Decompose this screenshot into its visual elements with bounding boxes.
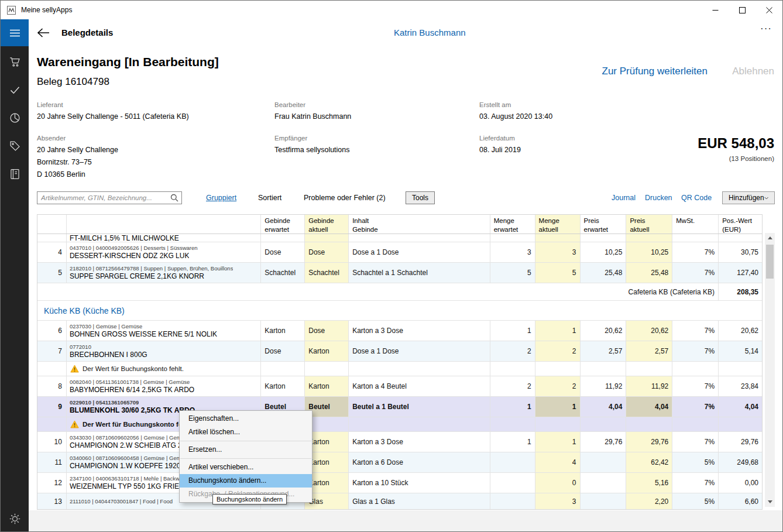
inhalt-gebinde-cell: Karton a 6 Dose bbox=[349, 452, 490, 472]
pos-wert-cell: 29,76 bbox=[719, 432, 762, 452]
header-gebinde-aktuell[interactable]: Gebinde aktuell bbox=[305, 215, 349, 234]
table-row[interactable]: 52182010 | 08712566479788 | Suppen | Sup… bbox=[37, 263, 762, 283]
gebinde-aktuell-cell: Schachtel bbox=[305, 263, 349, 283]
minimize-button[interactable] bbox=[702, 1, 729, 19]
empty-cell bbox=[672, 417, 719, 431]
table-row[interactable]: 100343030 | 08710609602056 | Gemüse | Ge… bbox=[37, 432, 762, 452]
inhalt-gebinde-cell: Karton a 4 Beutel bbox=[349, 376, 490, 396]
scroll-down-arrow[interactable] bbox=[765, 497, 775, 507]
menge-aktuell-cell: 5 bbox=[535, 263, 581, 283]
scrollbar-thumb[interactable] bbox=[766, 245, 774, 279]
sidebar-item-articles[interactable] bbox=[1, 132, 29, 160]
empty-cell bbox=[261, 362, 305, 376]
table-row[interactable]: 122347100 | 04006363101718 | Mehle | Bac… bbox=[37, 473, 762, 493]
scroll-up-arrow[interactable] bbox=[765, 233, 775, 243]
header-artikel bbox=[67, 215, 261, 234]
menge-erwartet-cell bbox=[490, 473, 535, 493]
user-name[interactable]: Katrin Buschmann bbox=[394, 28, 466, 37]
row-number: 13 bbox=[37, 493, 67, 510]
table-scrollbar[interactable] bbox=[765, 233, 775, 507]
probleme-filter[interactable]: Probleme oder Fehler (2) bbox=[304, 194, 386, 202]
close-button[interactable] bbox=[755, 1, 782, 19]
article-cell: 0237030 | Gemüse | GemüseBOHNEN GROSS WE… bbox=[67, 321, 261, 341]
menge-aktuell-cell: 4 bbox=[535, 452, 581, 472]
table-row[interactable]: 132111010 | 04044703001847 | Food | Food… bbox=[37, 493, 762, 510]
sidebar-item-journal[interactable] bbox=[1, 160, 29, 188]
more-options-button[interactable]: ··· bbox=[760, 23, 772, 35]
pos-wert-cell: 5,14 bbox=[719, 341, 762, 361]
gruppiert-toggle[interactable]: Gruppiert bbox=[206, 194, 236, 202]
menu-item[interactable]: Eigenschaften... bbox=[180, 412, 312, 425]
header-menge-erwartet[interactable]: Menge erwartet bbox=[490, 215, 535, 234]
document-number: Beleg 16104798 bbox=[37, 76, 109, 88]
table-row-clipped[interactable]: FT-MILCH 1,5% TL MILCHWOLKE bbox=[37, 234, 762, 242]
menge-aktuell-cell: 1 bbox=[535, 432, 581, 452]
preis-erwartet-cell: 25,48 bbox=[581, 263, 627, 283]
status-bar bbox=[29, 510, 783, 532]
forward-for-review-button[interactable]: Zur Prüfung weiterleiten bbox=[602, 66, 708, 77]
hamburger-menu-button[interactable] bbox=[1, 19, 29, 46]
row-number: 10 bbox=[37, 432, 67, 452]
table-row[interactable]: 110340060 | 08710609600458 | Gemüse | Ge… bbox=[37, 452, 762, 473]
menu-item[interactable]: Ersetzen... bbox=[180, 443, 312, 457]
header-mwst[interactable]: MwSt. bbox=[672, 215, 719, 234]
table-row[interactable]: 90229010 | 05411361065709BLUMENKOHL 30/6… bbox=[37, 397, 762, 417]
mwst-cell bbox=[672, 234, 719, 242]
article-meta: 0229010 | 05411361065709 bbox=[70, 399, 139, 406]
header-menge-aktuell[interactable]: Menge aktuell bbox=[535, 215, 581, 234]
table-header: Gebinde erwartet Gebinde aktuell Inhalt … bbox=[37, 215, 762, 234]
menge-aktuell-cell: 1 bbox=[535, 321, 581, 341]
inhalt-gebinde-cell: Dose a 1 Dose bbox=[349, 341, 490, 361]
back-button[interactable] bbox=[36, 26, 51, 40]
table-row[interactable]: 70772010BRECHBOHNEN I 800GDoseKartonDose… bbox=[37, 341, 762, 362]
sidebar-item-settings[interactable] bbox=[1, 504, 29, 532]
qr-code-link[interactable]: QR Code bbox=[681, 194, 712, 202]
field-value-lieferdatum: 08. Juli 2019 bbox=[479, 146, 521, 154]
article-name: DESSERT-KIRSCHEN ODZ 2KG LUK bbox=[70, 252, 190, 260]
header-rownum bbox=[37, 215, 67, 234]
sidebar-item-cart[interactable] bbox=[1, 47, 29, 75]
journal-link[interactable]: Journal bbox=[612, 194, 636, 202]
article-name: BOHNEN GROSS WEISSE KERNE 5/1 NOLIK bbox=[70, 330, 217, 338]
search-icon[interactable] bbox=[170, 194, 178, 204]
hinzufuegen-button[interactable]: Hinzufügen bbox=[722, 191, 775, 204]
header-preis-aktuell[interactable]: Preis aktuell bbox=[626, 215, 672, 234]
menu-item[interactable]: Buchungskonto ändern... bbox=[180, 474, 312, 488]
sidebar-item-tasks[interactable] bbox=[1, 75, 29, 104]
gebinde-aktuell-cell: Karton bbox=[305, 341, 349, 361]
menge-aktuell-cell bbox=[535, 234, 581, 242]
gebinde-erwartet-cell bbox=[261, 234, 305, 242]
tools-button[interactable]: Tools bbox=[406, 191, 435, 204]
app-window: Meine sellyApps Belegdetails Katrin Busc… bbox=[0, 0, 783, 532]
back-arrow-icon bbox=[37, 28, 50, 38]
sortiert-toggle[interactable]: Sortiert bbox=[258, 194, 281, 202]
article-meta: 2347100 | 04006363101718 | Mehle | Backw… bbox=[70, 475, 191, 482]
inhalt-gebinde-cell: Karton a 10 Stück bbox=[349, 473, 490, 493]
row-number: 8 bbox=[37, 376, 67, 396]
maximize-button[interactable] bbox=[729, 1, 755, 19]
page-title: Belegdetails bbox=[61, 28, 113, 37]
positions-count: (13 Positionen) bbox=[729, 155, 774, 162]
header-pos-wert[interactable]: Pos.-Wert (EUR) bbox=[719, 215, 762, 234]
row-number: 7 bbox=[37, 341, 67, 361]
sidebar-item-reports[interactable] bbox=[1, 104, 29, 132]
drucken-link[interactable]: Drucken bbox=[645, 194, 672, 202]
menu-item[interactable]: Artikel löschen... bbox=[180, 425, 312, 439]
menge-aktuell-cell: 1 bbox=[535, 397, 581, 417]
total-amount: EUR 548,03 bbox=[698, 135, 774, 152]
table-row[interactable]: 40437010 | 04000492005626 | Desserts | S… bbox=[37, 242, 762, 263]
reject-button[interactable]: Ablehnen bbox=[732, 66, 774, 77]
mwst-cell: 7% bbox=[672, 242, 719, 262]
header-gebinde-erwartet[interactable]: Gebinde erwartet bbox=[261, 215, 305, 234]
menu-item[interactable]: Artikel verschieben... bbox=[180, 461, 312, 474]
header-inhalt-gebinde[interactable]: Inhalt Gebinde bbox=[349, 215, 490, 234]
mwst-cell: 7% bbox=[672, 397, 719, 417]
menge-aktuell-cell: 0 bbox=[535, 473, 581, 493]
table-row[interactable]: 60237030 | Gemüse | GemüseBOHNEN GROSS W… bbox=[37, 321, 762, 341]
header-preis-erwartet[interactable]: Preis erwartet bbox=[581, 215, 627, 234]
table-row[interactable]: 80082040 | 05411361001738 | Gemüse | Gem… bbox=[37, 376, 762, 397]
search-input[interactable] bbox=[37, 191, 182, 204]
app-header: Belegdetails Katrin Buschmann ··· bbox=[1, 19, 782, 46]
field-value-absender-2: Bornitzstr. 73–75 bbox=[37, 158, 92, 166]
field-label-erstellt-am: Erstellt am bbox=[479, 101, 511, 108]
